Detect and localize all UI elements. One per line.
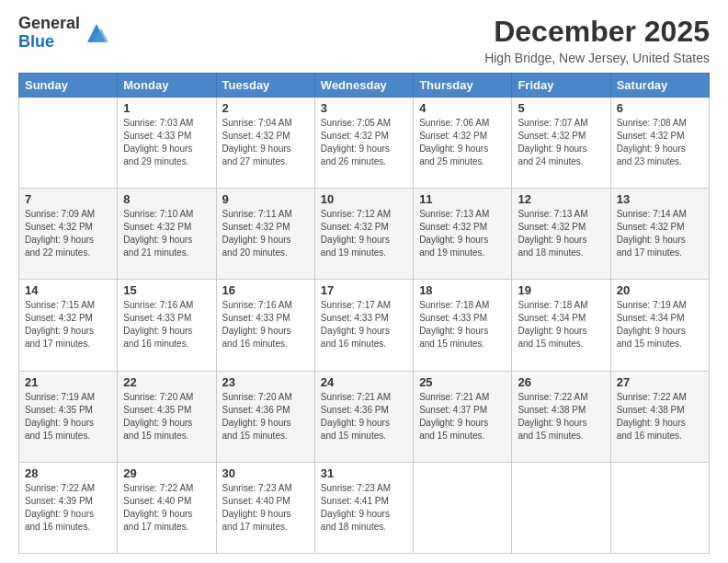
day-number: 31	[321, 466, 407, 480]
calendar-cell: 10Sunrise: 7:12 AM Sunset: 4:32 PM Dayli…	[314, 189, 413, 280]
calendar-cell	[512, 462, 610, 553]
calendar-cell: 20Sunrise: 7:19 AM Sunset: 4:34 PM Dayli…	[610, 280, 709, 371]
day-info: Sunrise: 7:22 AM Sunset: 4:39 PM Dayligh…	[25, 482, 111, 534]
day-number: 24	[321, 375, 407, 389]
day-number: 4	[419, 101, 506, 115]
col-wednesday: Wednesday	[314, 74, 413, 98]
col-thursday: Thursday	[414, 74, 512, 98]
col-monday: Monday	[118, 74, 216, 98]
calendar-cell: 26Sunrise: 7:22 AM Sunset: 4:38 PM Dayli…	[512, 371, 610, 462]
day-number: 3	[321, 101, 407, 115]
day-number: 9	[222, 192, 309, 206]
day-number: 6	[617, 101, 703, 115]
col-saturday: Saturday	[610, 74, 709, 98]
day-info: Sunrise: 7:18 AM Sunset: 4:33 PM Dayligh…	[419, 299, 506, 350]
calendar-cell: 11Sunrise: 7:13 AM Sunset: 4:32 PM Dayli…	[414, 189, 512, 280]
calendar-cell: 17Sunrise: 7:17 AM Sunset: 4:33 PM Dayli…	[314, 280, 413, 371]
calendar-cell: 22Sunrise: 7:20 AM Sunset: 4:35 PM Dayli…	[118, 371, 216, 462]
day-info: Sunrise: 7:22 AM Sunset: 4:38 PM Dayligh…	[518, 391, 604, 442]
day-info: Sunrise: 7:23 AM Sunset: 4:41 PM Dayligh…	[321, 482, 407, 534]
day-info: Sunrise: 7:16 AM Sunset: 4:33 PM Dayligh…	[123, 299, 210, 350]
calendar-cell: 30Sunrise: 7:23 AM Sunset: 4:40 PM Dayli…	[216, 462, 314, 553]
week-row-5: 28Sunrise: 7:22 AM Sunset: 4:39 PM Dayli…	[19, 462, 710, 553]
day-number: 28	[25, 466, 111, 480]
logo: General Blue	[18, 15, 110, 52]
calendar-cell: 1Sunrise: 7:03 AM Sunset: 4:33 PM Daylig…	[118, 98, 216, 189]
day-info: Sunrise: 7:14 AM Sunset: 4:32 PM Dayligh…	[617, 208, 703, 259]
calendar-cell: 25Sunrise: 7:21 AM Sunset: 4:37 PM Dayli…	[414, 371, 512, 462]
day-number: 5	[518, 101, 604, 115]
day-info: Sunrise: 7:12 AM Sunset: 4:32 PM Dayligh…	[321, 208, 407, 259]
title-block: December 2025 High Bridge, New Jersey, U…	[484, 15, 710, 65]
day-info: Sunrise: 7:08 AM Sunset: 4:32 PM Dayligh…	[617, 117, 703, 168]
day-info: Sunrise: 7:20 AM Sunset: 4:35 PM Dayligh…	[123, 391, 210, 442]
calendar-cell: 29Sunrise: 7:22 AM Sunset: 4:40 PM Dayli…	[118, 462, 216, 553]
col-tuesday: Tuesday	[216, 74, 314, 98]
calendar-cell: 7Sunrise: 7:09 AM Sunset: 4:32 PM Daylig…	[19, 189, 118, 280]
day-number: 15	[123, 283, 210, 297]
calendar-cell: 16Sunrise: 7:16 AM Sunset: 4:33 PM Dayli…	[216, 280, 314, 371]
day-info: Sunrise: 7:07 AM Sunset: 4:32 PM Dayligh…	[518, 117, 604, 168]
day-number: 11	[419, 192, 506, 206]
day-info: Sunrise: 7:19 AM Sunset: 4:34 PM Dayligh…	[617, 299, 703, 350]
day-info: Sunrise: 7:13 AM Sunset: 4:32 PM Dayligh…	[419, 208, 506, 259]
calendar-cell: 4Sunrise: 7:06 AM Sunset: 4:32 PM Daylig…	[414, 98, 512, 189]
calendar-cell: 9Sunrise: 7:11 AM Sunset: 4:32 PM Daylig…	[216, 189, 314, 280]
day-info: Sunrise: 7:17 AM Sunset: 4:33 PM Dayligh…	[321, 299, 407, 350]
calendar-cell	[19, 98, 118, 189]
day-number: 20	[617, 283, 703, 297]
day-number: 25	[419, 375, 506, 389]
calendar-cell: 24Sunrise: 7:21 AM Sunset: 4:36 PM Dayli…	[314, 371, 413, 462]
day-number: 19	[518, 283, 604, 297]
calendar-cell: 6Sunrise: 7:08 AM Sunset: 4:32 PM Daylig…	[610, 98, 709, 189]
day-info: Sunrise: 7:10 AM Sunset: 4:32 PM Dayligh…	[123, 208, 210, 259]
day-info: Sunrise: 7:03 AM Sunset: 4:33 PM Dayligh…	[123, 117, 210, 168]
day-info: Sunrise: 7:22 AM Sunset: 4:40 PM Dayligh…	[123, 482, 210, 534]
day-info: Sunrise: 7:21 AM Sunset: 4:36 PM Dayligh…	[321, 391, 407, 442]
calendar-cell: 15Sunrise: 7:16 AM Sunset: 4:33 PM Dayli…	[118, 280, 216, 371]
day-info: Sunrise: 7:13 AM Sunset: 4:32 PM Dayligh…	[518, 208, 604, 259]
day-number: 7	[25, 192, 111, 206]
header: General Blue December 2025 High Bridge, …	[18, 15, 710, 65]
calendar-cell: 23Sunrise: 7:20 AM Sunset: 4:36 PM Dayli…	[216, 371, 314, 462]
weekday-header-row: Sunday Monday Tuesday Wednesday Thursday…	[19, 74, 710, 98]
day-number: 16	[222, 283, 309, 297]
week-row-1: 1Sunrise: 7:03 AM Sunset: 4:33 PM Daylig…	[19, 98, 710, 189]
day-info: Sunrise: 7:11 AM Sunset: 4:32 PM Dayligh…	[222, 208, 309, 259]
calendar-cell: 8Sunrise: 7:10 AM Sunset: 4:32 PM Daylig…	[118, 189, 216, 280]
day-number: 22	[123, 375, 210, 389]
day-info: Sunrise: 7:09 AM Sunset: 4:32 PM Dayligh…	[25, 208, 111, 259]
calendar-cell	[610, 462, 709, 553]
day-info: Sunrise: 7:22 AM Sunset: 4:38 PM Dayligh…	[617, 391, 703, 442]
day-number: 2	[222, 101, 309, 115]
calendar-cell: 31Sunrise: 7:23 AM Sunset: 4:41 PM Dayli…	[314, 462, 413, 553]
day-number: 30	[222, 466, 309, 480]
calendar-table: Sunday Monday Tuesday Wednesday Thursday…	[18, 73, 710, 554]
day-number: 18	[419, 283, 506, 297]
calendar-cell: 2Sunrise: 7:04 AM Sunset: 4:32 PM Daylig…	[216, 98, 314, 189]
day-number: 14	[25, 283, 111, 297]
calendar-cell: 18Sunrise: 7:18 AM Sunset: 4:33 PM Dayli…	[414, 280, 512, 371]
day-info: Sunrise: 7:15 AM Sunset: 4:32 PM Dayligh…	[25, 299, 111, 350]
day-info: Sunrise: 7:19 AM Sunset: 4:35 PM Dayligh…	[25, 391, 111, 442]
day-info: Sunrise: 7:18 AM Sunset: 4:34 PM Dayligh…	[518, 299, 604, 350]
day-info: Sunrise: 7:05 AM Sunset: 4:32 PM Dayligh…	[321, 117, 407, 168]
calendar-cell: 12Sunrise: 7:13 AM Sunset: 4:32 PM Dayli…	[512, 189, 610, 280]
logo-general: General	[18, 14, 80, 32]
logo-text: General Blue	[18, 15, 80, 52]
calendar-cell: 27Sunrise: 7:22 AM Sunset: 4:38 PM Dayli…	[610, 371, 709, 462]
day-number: 12	[518, 192, 604, 206]
page: General Blue December 2025 High Bridge, …	[0, 0, 728, 563]
day-number: 1	[123, 101, 210, 115]
logo-blue: Blue	[18, 32, 54, 51]
col-friday: Friday	[512, 74, 610, 98]
logo-icon	[83, 19, 110, 47]
calendar-cell: 5Sunrise: 7:07 AM Sunset: 4:32 PM Daylig…	[512, 98, 610, 189]
day-info: Sunrise: 7:16 AM Sunset: 4:33 PM Dayligh…	[222, 299, 309, 350]
day-info: Sunrise: 7:20 AM Sunset: 4:36 PM Dayligh…	[222, 391, 309, 442]
calendar-cell: 14Sunrise: 7:15 AM Sunset: 4:32 PM Dayli…	[19, 280, 118, 371]
day-number: 21	[25, 375, 111, 389]
day-number: 23	[222, 375, 309, 389]
day-info: Sunrise: 7:04 AM Sunset: 4:32 PM Dayligh…	[222, 117, 309, 168]
day-number: 27	[617, 375, 703, 389]
